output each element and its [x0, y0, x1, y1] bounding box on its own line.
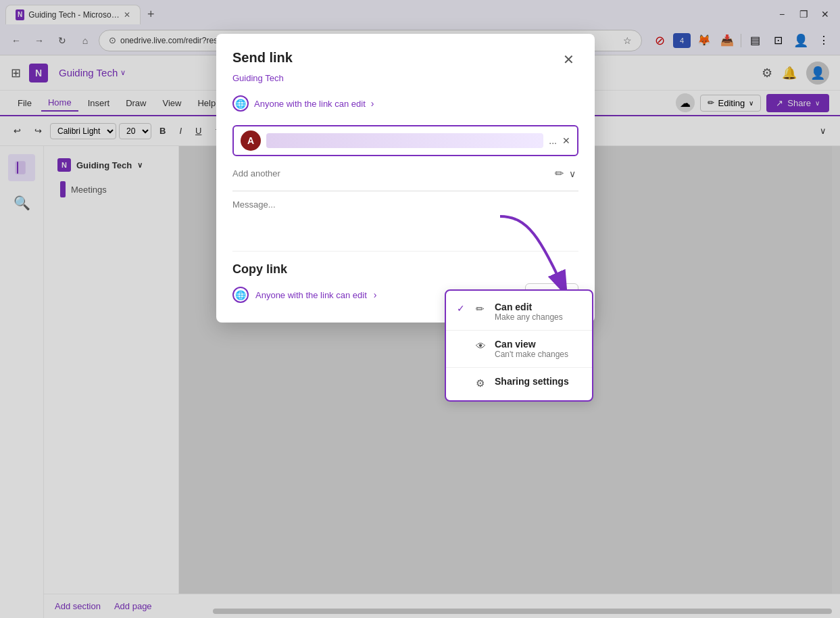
- permission-dropdown: ✓ ✏ Can edit Make any changes ✓ 👁 Can vi…: [445, 289, 593, 402]
- dialog-title: Send link: [232, 50, 293, 66]
- perm-can-edit[interactable]: ✓ ✏ Can edit Make any changes: [446, 295, 592, 329]
- add-another-input[interactable]: [232, 168, 552, 179]
- dialog-subtitle: Guiding Tech: [232, 73, 578, 83]
- can-view-text: Can view Can't make changes: [495, 339, 568, 359]
- copy-link-scope-text: Anyone with the link can edit: [255, 290, 367, 300]
- recipient-email-chip: [266, 133, 543, 148]
- add-another-row: ✏ ∨: [232, 164, 578, 191]
- link-scope-arrow: ›: [371, 98, 374, 109]
- message-input[interactable]: [232, 191, 578, 245]
- permission-pencil-button[interactable]: ✏: [552, 164, 566, 183]
- can-edit-pencil-icon: ✏: [476, 303, 488, 315]
- sharing-settings-text: Sharing settings: [495, 376, 569, 387]
- can-edit-check-icon: ✓: [457, 303, 469, 314]
- globe-icon: 🌐: [232, 95, 249, 112]
- recipient-avatar: A: [241, 130, 261, 151]
- sharing-settings-gear-icon: ⚙: [476, 377, 488, 389]
- copy-link-arrow: ›: [374, 289, 377, 300]
- perm-divider: [446, 330, 592, 331]
- perm-divider2: [446, 367, 592, 368]
- link-scope-text: Anyone with the link can edit: [254, 99, 366, 109]
- recipient-dots: ...: [549, 135, 557, 146]
- perm-can-view[interactable]: ✓ 👁 Can view Can't make changes: [446, 332, 592, 366]
- recipient-remove-btn[interactable]: ✕: [562, 135, 570, 146]
- dialog-close-button[interactable]: ✕: [559, 50, 578, 69]
- send-link-dialog: Send link ✕ Guiding Tech 🌐 Anyone with t…: [216, 34, 595, 323]
- recipient-box: A ... ✕: [232, 125, 578, 156]
- dialog-header: Send link ✕: [232, 50, 578, 69]
- browser-frame: N Guiding Tech - Microsoft OneN ✕ + − ❐ …: [0, 0, 840, 618]
- can-edit-text: Can edit Make any changes: [495, 302, 563, 322]
- permission-chevron-button[interactable]: ∨: [566, 166, 578, 182]
- copy-globe-icon: 🌐: [232, 287, 249, 303]
- perm-sharing-settings[interactable]: ✓ ⚙ Sharing settings: [446, 369, 592, 396]
- link-scope-selector[interactable]: 🌐 Anyone with the link can edit ›: [232, 93, 578, 114]
- copy-link-title: Copy link: [232, 262, 578, 277]
- can-view-eye-icon: 👁: [476, 340, 488, 352]
